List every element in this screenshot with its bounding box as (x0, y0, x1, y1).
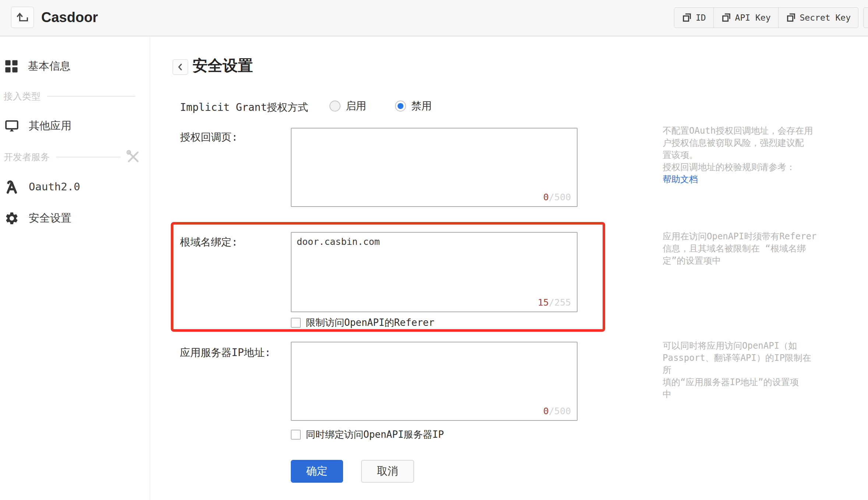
ip-label: 应用服务器IP地址: (180, 346, 271, 360)
sidebar-item-oauth2[interactable]: Oauth2.0 (0, 176, 150, 197)
ok-button[interactable]: 确定 (291, 460, 343, 483)
copy-api-key-button[interactable]: API Key (713, 7, 779, 28)
header-back-button[interactable] (11, 7, 34, 28)
help-doc-link[interactable]: 帮助文档 (663, 174, 698, 184)
radio-label: 启用 (346, 99, 366, 113)
cancel-button[interactable]: 取消 (361, 460, 414, 483)
radio-label: 禁用 (411, 99, 432, 113)
sidebar-item-label: 基本信息 (28, 59, 71, 74)
domain-textarea[interactable]: door.casbin.com (291, 232, 578, 312)
callback-help-text: 不配置OAuth授权回调地址，会存在用 户授权信息被窃取风险，强烈建议配 置该项… (663, 125, 817, 186)
sidebar: 基本信息 接入类型 其他应用 开发者服务 Oauth2.0 (0, 37, 150, 500)
header-action-group: ID API Key Secret Key (674, 7, 858, 28)
app-header: Casdoor ID API Key Secre (0, 0, 868, 36)
copy-id-label: ID (696, 13, 706, 22)
ip-help-text: 可以同时将应用访问OpenAPI（如 Passport、翻译等API）的IP限制… (663, 340, 817, 401)
bind-ip-checkbox-row[interactable]: 同时绑定访问OpenAPI服务器IP (291, 428, 444, 441)
radio-circle-selected (395, 101, 406, 112)
ip-textarea-wrap: 0/500 (291, 342, 578, 421)
sidebar-item-label: 其他应用 (29, 119, 71, 133)
sidebar-item-label: Oauth2.0 (29, 180, 80, 193)
domain-help-text: 应用在访问OpenAPI时须带有Referer 信息，且其域名被限制在 “根域名… (663, 230, 817, 267)
page-title: 安全设置 (193, 56, 253, 76)
copy-icon (786, 13, 796, 23)
copy-icon (721, 13, 731, 23)
sidebar-item-basic-info[interactable]: 基本信息 (0, 56, 150, 77)
copy-secret-key-label: Secret Key (800, 13, 851, 22)
api-icon (4, 179, 19, 194)
chevron-left-icon (176, 62, 185, 72)
copy-secret-key-button[interactable]: Secret Key (778, 7, 858, 28)
sidebar-divider-label: 开发者服务 (4, 151, 50, 163)
grid-icon (4, 59, 18, 73)
return-up-icon (15, 11, 30, 24)
ip-textarea[interactable] (291, 342, 578, 421)
sidebar-item-security-settings[interactable]: 安全设置 (0, 208, 150, 229)
header-cutoff-button[interactable] (863, 7, 868, 28)
sidebar-divider-label: 接入类型 (4, 90, 40, 102)
sidebar-divider-access-type: 接入类型 (0, 89, 150, 103)
divider-line (47, 96, 135, 96)
sidebar-item-other-app[interactable]: 其他应用 (0, 115, 150, 137)
tools-icon (126, 149, 141, 165)
radio-circle (329, 101, 341, 112)
page-back-button[interactable] (173, 59, 188, 75)
callback-label: 授权回调页: (180, 130, 238, 144)
sidebar-item-label: 安全设置 (29, 211, 71, 226)
divider-line (56, 157, 120, 157)
referer-checkbox-row[interactable]: 限制访问OpenAPI的Referer (291, 316, 434, 329)
domain-label: 根域名绑定: (180, 235, 238, 249)
main-content: 安全设置 Implicit Grant授权方式 启用 禁用 授权回调页: 0/5… (151, 37, 868, 500)
callback-textarea[interactable] (291, 128, 578, 207)
copy-id-button[interactable]: ID (674, 7, 714, 28)
implicit-grant-label: Implicit Grant授权方式 (180, 101, 308, 115)
monitor-icon (4, 119, 19, 133)
sidebar-divider-developer-services: 开发者服务 (0, 150, 150, 163)
bind-ip-checkbox[interactable] (291, 430, 301, 440)
app-title: Casdoor (41, 10, 98, 25)
gear-icon (4, 211, 19, 226)
implicit-grant-radio-group: 启用 禁用 (329, 99, 432, 113)
referer-checkbox-label: 限制访问OpenAPI的Referer (306, 316, 434, 329)
bind-ip-checkbox-label: 同时绑定访问OpenAPI服务器IP (306, 428, 444, 441)
radio-enable[interactable]: 启用 (329, 99, 366, 113)
copy-icon (682, 13, 692, 23)
callback-textarea-wrap: 0/500 (291, 128, 578, 207)
radio-disable[interactable]: 禁用 (395, 99, 432, 113)
copy-api-key-label: API Key (735, 13, 771, 22)
referer-checkbox[interactable] (291, 318, 301, 328)
domain-textarea-wrap: door.casbin.com 15/255 (291, 232, 578, 312)
